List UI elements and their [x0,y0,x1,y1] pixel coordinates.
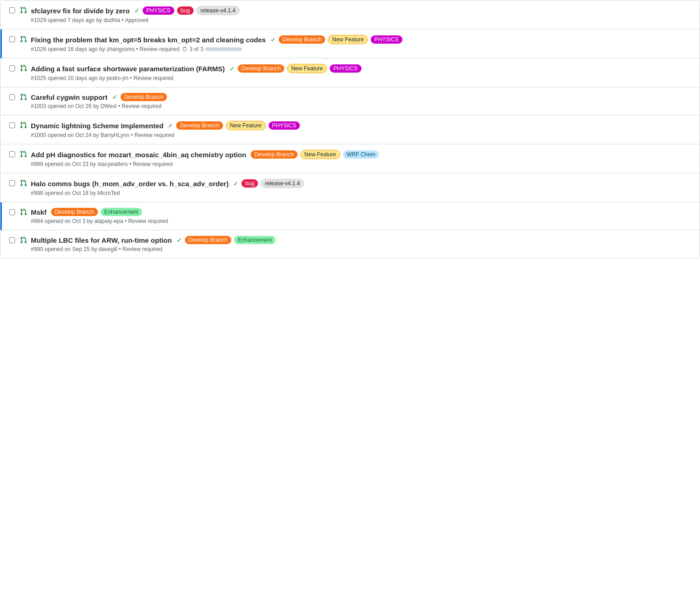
pr-meta: #1026 opened 16 days ago by zhangxsms • … [31,46,692,52]
pr-content: Adding a fast surface shortwave paramete… [31,64,692,81]
pr-item: Halo comms bugs (h_mom_adv_order vs. h_s… [0,173,700,202]
pr-label[interactable]: Develop Branch [251,150,297,159]
pr-label[interactable]: Develop Branch [238,64,284,73]
check-icon: ✓ [168,122,173,129]
pr-merge-icon [20,6,27,15]
pr-meta-text: #1000 opened on Oct 24 by BarryHLynn • R… [31,132,174,138]
pr-merge-icon [20,64,27,73]
pr-item: Multiple LBC files for ARW, run-time opt… [0,230,700,258]
pr-content: Careful cygwin support✓Develop Branch#10… [31,93,692,109]
progress-bar [205,47,242,51]
pr-item: Careful cygwin support✓Develop Branch#10… [0,87,700,115]
pr-label[interactable]: Develop Branch [120,93,167,101]
pr-meta: #1003 opened on Oct 26 by DWesl • Review… [31,103,692,109]
pr-label[interactable]: New Feature [328,35,368,44]
pr-content: MskfDevelop BranchEnhancement#994 opened… [31,208,692,224]
pr-meta: #1025 opened 20 days ago by pedro-jm • R… [31,75,692,81]
pr-item: Fixing the problem that km_opt=5 breaks … [0,29,700,58]
pr-merge-icon [20,35,27,44]
pr-merge-icon [20,208,27,217]
pr-meta-text: #999 opened on Oct 23 by stacywalters • … [31,161,172,167]
pr-meta: #998 opened on Oct 18 by MicroTed [31,190,692,196]
review-icon: 🗒 [182,46,188,52]
pr-checkbox[interactable] [9,36,15,42]
pr-content: Halo comms bugs (h_mom_adv_order vs. h_s… [31,179,692,196]
check-icon: ✓ [134,7,140,14]
pr-content: Add pH diagnostics for mozart_mosaic_4bi… [31,150,692,167]
pr-checkbox[interactable] [9,237,15,243]
pr-title-row: Fixing the problem that km_opt=5 breaks … [31,35,692,44]
pr-merge-icon [20,179,27,188]
pr-title[interactable]: Add pH diagnostics for mozart_mosaic_4bi… [31,151,246,159]
check-icon: ✓ [112,93,118,101]
check-icon: ✓ [177,236,182,244]
pr-label[interactable]: New Feature [226,121,266,130]
pr-title[interactable]: Multiple LBC files for ARW, run-time opt… [31,236,172,244]
pr-title-row: sfclayrev fix for divide by zero✓PHYSICS… [31,6,692,15]
pr-title-row: Halo comms bugs (h_mom_adv_order vs. h_s… [31,179,692,188]
pr-title[interactable]: Dynamic lightning Scheme Implemented [31,122,163,130]
pr-label[interactable]: Develop Branch [279,35,325,44]
pr-progress: 🗒3 of 3 [182,46,242,52]
pr-checkbox[interactable] [9,151,15,157]
pr-label[interactable]: New Feature [300,150,340,159]
pr-checkbox[interactable] [9,65,15,71]
pr-content: Fixing the problem that km_opt=5 breaks … [31,35,692,52]
pr-title[interactable]: Fixing the problem that km_opt=5 breaks … [31,36,266,44]
pr-content: Dynamic lightning Scheme Implemented✓Dev… [31,121,692,138]
pr-meta-text: #990 opened on Sep 25 by davegill • Revi… [31,246,162,252]
pr-title-row: Dynamic lightning Scheme Implemented✓Dev… [31,121,692,130]
pr-title[interactable]: Careful cygwin support [31,93,108,101]
pr-label[interactable]: bug [241,179,258,188]
pr-list: sfclayrev fix for divide by zero✓PHYSICS… [0,0,700,258]
pr-checkbox[interactable] [9,180,15,186]
pr-title-row: MskfDevelop BranchEnhancement [31,208,692,216]
pr-label[interactable]: Develop Branch [176,121,223,130]
pr-title[interactable]: Adding a fast surface shortwave paramete… [31,65,225,73]
pr-label[interactable]: Enhancement [234,236,275,244]
pr-title[interactable]: Halo comms bugs (h_mom_adv_order vs. h_s… [31,180,229,188]
pr-label[interactable]: Enhancement [101,208,142,216]
pr-meta: #1000 opened on Oct 24 by BarryHLynn • R… [31,132,692,138]
pr-title-row: Multiple LBC files for ARW, run-time opt… [31,236,692,244]
pr-meta-text: #1029 opened 7 days ago by dudhia • Appr… [31,17,149,23]
pr-meta-text: #1003 opened on Oct 26 by DWesl • Review… [31,103,161,109]
pr-label[interactable]: Develop Branch [51,208,98,216]
pr-checkbox[interactable] [9,7,15,13]
pr-merge-icon [20,121,27,130]
pr-meta: #994 opened on Oct 3 by alapaty-epa • Re… [31,218,692,224]
pr-label[interactable]: Develop Branch [185,236,231,244]
pr-label[interactable]: WRF Chem [343,150,379,159]
pr-label[interactable]: release-v4.1.4 [196,6,240,15]
pr-item: Dynamic lightning Scheme Implemented✓Dev… [0,115,700,144]
pr-merge-icon [20,236,27,245]
pr-label[interactable]: PHYSICS [269,121,300,130]
pr-label[interactable]: PHYSICS [330,64,361,73]
pr-title-row: Careful cygwin support✓Develop Branch [31,93,692,101]
pr-item: MskfDevelop BranchEnhancement#994 opened… [0,202,700,230]
pr-meta: #999 opened on Oct 23 by stacywalters • … [31,161,692,167]
pr-checkbox[interactable] [9,122,15,128]
pr-label[interactable]: release-v4.1.4 [261,179,304,188]
pr-checkbox[interactable] [9,209,15,215]
pr-label[interactable]: New Feature [287,64,327,73]
pr-item: Add pH diagnostics for mozart_mosaic_4bi… [0,144,700,173]
pr-merge-icon [20,93,27,102]
pr-label[interactable]: PHYSICS [143,6,174,15]
pr-meta-text: #998 opened on Oct 18 by MicroTed [31,190,120,196]
progress-text: 3 of 3 [189,46,203,52]
pr-label[interactable]: PHYSICS [371,35,402,44]
pr-item: Adding a fast surface shortwave paramete… [0,58,700,87]
pr-item: sfclayrev fix for divide by zero✓PHYSICS… [0,0,700,29]
pr-title-row: Add pH diagnostics for mozart_mosaic_4bi… [31,150,692,159]
pr-title[interactable]: sfclayrev fix for divide by zero [31,7,130,15]
pr-title[interactable]: Mskf [31,208,46,216]
pr-merge-icon [20,150,27,159]
pr-meta: #1029 opened 7 days ago by dudhia • Appr… [31,17,692,23]
pr-meta: #990 opened on Sep 25 by davegill • Revi… [31,246,692,252]
pr-content: Multiple LBC files for ARW, run-time opt… [31,236,692,252]
pr-meta-text: #1025 opened 20 days ago by pedro-jm • R… [31,75,173,81]
pr-checkbox[interactable] [9,94,15,100]
pr-meta-text: #1026 opened 16 days ago by zhangxsms • … [31,46,179,52]
pr-label[interactable]: bug [177,6,194,15]
